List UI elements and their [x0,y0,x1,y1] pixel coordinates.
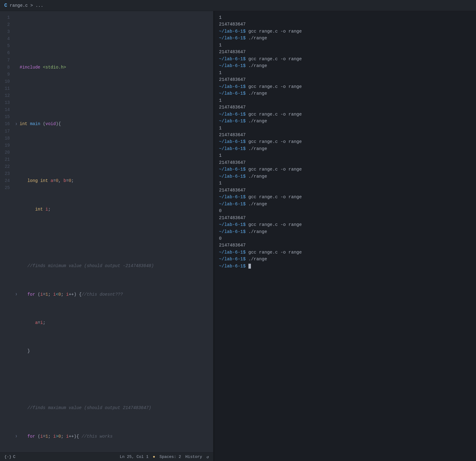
ln-11: 11 [3,85,10,92]
t-cmd-4b: ~/lab-6-1$ ./range [219,118,472,124]
t-out-5a: 1 [219,125,472,132]
t-out-7b: 2147483647 [219,187,472,194]
code-line-11: a=i; [15,319,207,326]
spaces-info: Spaces: 2 [159,455,181,459]
t-out-3b: 2147483647 [219,76,472,83]
ln-24: 24 [3,177,10,184]
t-cmd-7b: ~/lab-6-1$ ./range [219,201,472,207]
code-line-12: } [15,348,207,355]
t-cmd-8a: ~/lab-6-1$ gcc range.c -o range [219,221,472,228]
ln-4: 4 [3,35,10,42]
fold-11 [15,320,20,325]
line-15-content: for (i=1; i>0; i++){ //this works [20,433,207,440]
t-cmd-7a: ~/lab-6-1$ gcc range.c -o range [219,194,472,200]
ln-3: 3 [3,28,10,35]
code-line-14: //finds maximum value (should output 214… [15,404,207,412]
language-badge[interactable]: {-} C [4,455,15,459]
terminal-block-7: 1 2147483647 ~/lab-6-1$ gcc range.c -o r… [219,180,472,207]
line-numbers: 1 2 3 4 5 6 7 8 9 10 11 12 13 14 15 16 1… [0,11,15,452]
lang-label: C [13,455,15,459]
t-cmd-4a: ~/lab-6-1$ gcc range.c -o range [219,111,472,118]
ln-12: 12 [3,92,10,99]
title-bar: C range.c > ... [0,0,476,11]
terminal-block-1: 1 2147483647 ~/lab-6-1$ gcc range.c -o r… [219,14,472,42]
code-line-6: long int a=0, b=0; [15,177,207,184]
terminal-block-3: 1 2147483647 ~/lab-6-1$ gcc range.c -o r… [219,69,472,97]
status-left: {-} C [4,455,15,459]
code-line-10: ❯ for (i=1; i<0; i++) {//this doesnt??? [15,291,207,298]
t-out-6a: 1 [219,152,472,159]
ln-5: 5 [3,42,10,49]
code-line-8 [15,234,207,241]
t-out-6b: 2147483647 [219,159,472,166]
terminal-cursor [248,264,251,269]
ln-22: 22 [3,163,10,170]
terminal-block-4: 1 2147483647 ~/lab-6-1$ gcc range.c -o r… [219,97,472,125]
t-out-8b: 2147483647 [219,215,472,221]
ln-2: 2 [3,21,10,28]
t-out-1b: 2147483647 [219,21,472,28]
t-out-3a: 1 [219,69,472,76]
fold-9 [15,264,20,269]
file-type-icon: C [4,3,7,8]
fold-7 [15,207,20,212]
ln-18: 18 [3,135,10,142]
ln-16: 16 [3,120,10,128]
t-cmd-1a: ~/lab-6-1$ gcc range.c -o range [219,28,472,35]
line-14-content: //finds maximum value (should output 214… [20,404,207,412]
fold-10[interactable]: ❯ [15,292,20,297]
editor-pane: 1 2 3 4 5 6 7 8 9 10 11 12 13 14 15 16 1… [0,11,213,461]
ln-6: 6 [3,49,10,57]
t-cmd-1b: ~/lab-6-1$ ./range [219,35,472,41]
ln-9: 9 [3,71,10,78]
code-line-1 [15,35,207,42]
ln-20: 20 [3,149,10,156]
t-out-4b: 2147483647 [219,104,472,111]
t-out-5b: 2147483647 [219,132,472,138]
code-content[interactable]: #include <stdio.h> ❯ int main (void){ [15,11,213,452]
ln-23: 23 [3,170,10,177]
main-area: 1 2 3 4 5 6 7 8 9 10 11 12 13 14 15 16 1… [0,11,476,461]
t-out-9a: 0 [219,235,472,242]
dot-indicator: ● [153,455,155,459]
t-out-2a: 1 [219,42,472,49]
t-cmd-9b: ~/lab-6-1$ ./range [219,256,472,262]
t-cmd-5b: ~/lab-6-1$ ./range [219,145,472,152]
code-line-7: int i; [15,206,207,213]
ln-13: 13 [3,99,10,106]
status-right: Ln 25, Col 1 ● Spaces: 2 History ↺ [120,455,209,459]
code-line-13 [15,376,207,383]
code-line-5 [15,149,207,156]
terminal-block-2: 1 2147483647 ~/lab-6-1$ gcc range.c -o r… [219,42,472,69]
fold-5 [15,150,20,155]
fold-15[interactable]: ❯ [15,434,20,439]
ln-21: 21 [3,156,10,163]
fold-1 [15,37,20,42]
fold-2 [15,65,20,70]
history-icon: ↺ [206,455,209,459]
line-7-content: int i; [20,206,207,213]
t-cmd-9a: ~/lab-6-1$ gcc range.c -o range [219,249,472,256]
ln-1: 1 [3,14,10,21]
t-cmd-2b: ~/lab-6-1$ ./range [219,62,472,69]
code-line-9: //finds minimum value (should output -21… [15,262,207,270]
t-out-2b: 2147483647 [219,49,472,55]
ln-14: 14 [3,106,10,113]
t-out-4a: 1 [219,97,472,104]
line-4-content: int main (void){ [20,120,207,128]
line-11-content: a=i; [20,319,207,326]
code-area[interactable]: 1 2 3 4 5 6 7 8 9 10 11 12 13 14 15 16 1… [0,11,213,452]
ln-15: 15 [3,113,10,120]
fold-4[interactable]: ❯ [15,122,20,127]
terminal-pane[interactable]: 1 2147483647 ~/lab-6-1$ gcc range.c -o r… [215,11,476,461]
terminal-block-8: 0 2147483647 ~/lab-6-1$ gcc range.c -o r… [219,207,472,235]
t-cmd-2a: ~/lab-6-1$ gcc range.c -o range [219,56,472,62]
terminal-final-prompt: ~/lab-6-1$ [219,263,472,270]
ln-7: 7 [3,57,10,64]
history-btn[interactable]: History [185,455,202,459]
line-2-content: #include <stdio.h> [20,64,207,71]
t-out-8a: 0 [219,207,472,214]
code-line-4: ❯ int main (void){ [15,120,207,128]
t-out-7a: 1 [219,180,472,187]
t-out-1a: 1 [219,14,472,21]
